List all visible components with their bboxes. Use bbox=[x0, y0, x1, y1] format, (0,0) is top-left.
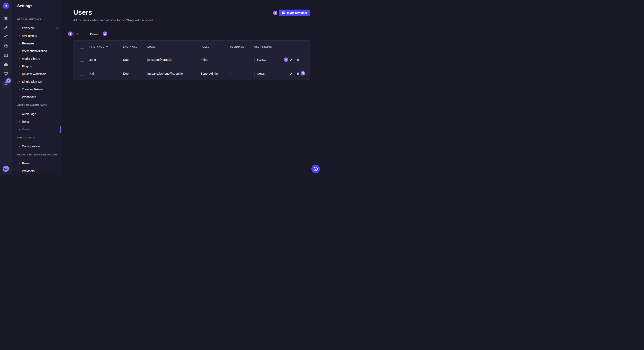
invite-new-user-button[interactable]: Invite new user bbox=[279, 9, 310, 16]
filter-icon bbox=[86, 33, 88, 35]
question-mark-icon: ? bbox=[314, 167, 318, 171]
cell-email: megane.lacheny@strapi.io bbox=[147, 67, 183, 81]
sidebar-item-releases[interactable]: Releases bbox=[12, 39, 61, 47]
subnav-title: Settings bbox=[17, 4, 32, 8]
filters-button[interactable]: Filters bbox=[82, 31, 102, 37]
strapi-admin-app: 1 KD Settings GLOBAL SETTINGS Overview A… bbox=[0, 0, 322, 175]
sidebar-item-media-library[interactable]: Media Library bbox=[12, 55, 61, 62]
bullet-icon bbox=[19, 35, 20, 36]
main-nav-rail: 1 KD bbox=[0, 0, 12, 175]
media-library-icon[interactable] bbox=[4, 44, 8, 48]
bullet-icon bbox=[19, 89, 20, 90]
cell-roles: Super Admin bbox=[200, 67, 218, 81]
cell-firstname: Jane bbox=[90, 53, 96, 67]
sidebar-item-transfer-tokens[interactable]: Transfer Tokens bbox=[12, 85, 61, 93]
cloud-icon[interactable] bbox=[4, 62, 8, 67]
trash-icon bbox=[296, 58, 300, 61]
annotation-badge-5: 5 bbox=[301, 71, 305, 75]
bullet-icon bbox=[19, 97, 20, 97]
invite-button-label: Invite new user bbox=[287, 11, 307, 14]
home-icon[interactable] bbox=[4, 16, 8, 20]
pencil-icon bbox=[290, 58, 293, 61]
edit-user-button[interactable] bbox=[289, 71, 294, 76]
sidebar-item-audit-logs[interactable]: Audit Logs bbox=[12, 110, 61, 118]
main-content: Users All the users who have access to t… bbox=[61, 0, 322, 175]
sidebar-item-overview[interactable]: Overview bbox=[12, 24, 61, 32]
help-button[interactable]: ? bbox=[311, 165, 320, 173]
row-checkbox[interactable] bbox=[80, 72, 84, 75]
column-header-email: EMAIL bbox=[147, 41, 155, 53]
sidebar-item-api-tokens[interactable]: API Tokens bbox=[12, 32, 61, 39]
bullet-icon bbox=[19, 28, 20, 28]
bullet-icon bbox=[19, 81, 20, 82]
edit-user-button[interactable] bbox=[289, 58, 294, 62]
section-global-settings: GLOBAL SETTINGS Overview API Tokens Rele… bbox=[12, 18, 61, 101]
sidebar-item-single-sign-on[interactable]: Single Sign-On bbox=[12, 78, 61, 85]
table-row[interactable]: Jane Doe jane.doe@strapi.io Editor - Ina… bbox=[74, 53, 310, 67]
marketplace-icon[interactable] bbox=[4, 71, 8, 76]
bullet-icon bbox=[19, 58, 20, 59]
cell-lastname: Doe bbox=[123, 67, 129, 81]
delete-user-button[interactable] bbox=[296, 71, 300, 76]
subnav-title-underline bbox=[17, 13, 22, 13]
subnav-scrollbar-thumb[interactable] bbox=[60, 126, 61, 133]
cell-email: jane.doe@strapi.io bbox=[147, 53, 172, 67]
bullet-icon bbox=[19, 43, 20, 44]
sidebar-item-providers[interactable]: Providers bbox=[12, 167, 61, 175]
user-avatar[interactable]: KD bbox=[3, 166, 9, 172]
table-header-row: FIRSTNAME LASTNAME EMAIL ROLES USERNAME … bbox=[74, 41, 310, 53]
section-label: USERS & PERMISSIONS PLUGIN bbox=[12, 153, 61, 156]
section-email-plugin: EMAIL PLUGIN Configuration bbox=[12, 136, 61, 150]
bullet-icon bbox=[19, 114, 20, 114]
annotation-badge-4: 4 bbox=[284, 57, 288, 62]
trash-icon bbox=[296, 72, 300, 75]
column-header-firstname[interactable]: FIRSTNAME bbox=[90, 41, 108, 53]
sidebar-item-admin-roles[interactable]: Roles bbox=[12, 118, 61, 126]
content-builder-icon[interactable] bbox=[4, 25, 8, 29]
search-button[interactable] bbox=[74, 31, 80, 37]
cell-roles: Editor bbox=[200, 53, 208, 67]
status-badge: Active bbox=[254, 71, 267, 77]
bullet-icon bbox=[19, 146, 20, 147]
deploy-icon[interactable] bbox=[4, 34, 8, 39]
notification-dot bbox=[56, 27, 58, 29]
delete-user-button[interactable] bbox=[296, 58, 300, 62]
sidebar-item-webhooks[interactable]: Webhooks bbox=[12, 93, 61, 101]
section-users-permissions-plugin: USERS & PERMISSIONS PLUGIN Roles Provide… bbox=[12, 153, 61, 175]
cell-lastname: Doe bbox=[123, 53, 129, 67]
column-header-username: USERNAME bbox=[230, 41, 244, 53]
section-label: GLOBAL SETTINGS bbox=[12, 18, 61, 21]
filters-button-label: Filters bbox=[90, 32, 98, 36]
strapi-logo[interactable] bbox=[4, 3, 9, 8]
bullet-icon bbox=[19, 163, 20, 164]
page-title: Users bbox=[73, 8, 92, 16]
settings-notification-badge: 1 bbox=[6, 78, 11, 83]
row-checkbox[interactable] bbox=[80, 58, 84, 62]
content-manager-icon[interactable] bbox=[4, 53, 8, 58]
sidebar-item-users[interactable]: Users bbox=[12, 126, 61, 133]
sidebar-item-internationalization[interactable]: Internationalization bbox=[12, 47, 61, 55]
search-icon bbox=[75, 32, 78, 36]
status-badge: Inactive bbox=[254, 57, 270, 63]
section-label: ADMINISTRATION PANEL bbox=[12, 104, 61, 107]
cell-username: - bbox=[230, 53, 231, 67]
settings-subnav: Settings GLOBAL SETTINGS Overview API To… bbox=[12, 0, 61, 175]
section-administration-panel: ADMINISTRATION PANEL Audit Logs Roles Us… bbox=[12, 104, 61, 133]
sort-descending-icon bbox=[106, 46, 108, 47]
sidebar-item-up-roles[interactable]: Roles bbox=[12, 160, 61, 167]
sidebar-item-review-workflows[interactable]: Review Workflows bbox=[12, 70, 61, 78]
annotation-badge-3: 3 bbox=[273, 11, 278, 15]
annotation-badge-1: 1 bbox=[68, 31, 72, 36]
cell-username: - bbox=[230, 67, 231, 81]
select-all-checkbox[interactable] bbox=[80, 45, 84, 49]
column-header-user-status: USER STATUS bbox=[254, 41, 272, 53]
strapi-logo-icon bbox=[4, 4, 8, 8]
cell-firstname: Kai bbox=[90, 67, 94, 81]
bullet-icon bbox=[19, 74, 20, 74]
sidebar-item-configuration[interactable]: Configuration bbox=[12, 143, 61, 150]
bullet-icon bbox=[19, 66, 20, 67]
table-row[interactable]: Kai Doe megane.lacheny@strapi.io Super A… bbox=[74, 67, 310, 81]
rail-bottom-divider bbox=[0, 163, 12, 163]
sidebar-item-plugins[interactable]: Plugins bbox=[12, 62, 61, 70]
rail-divider bbox=[0, 12, 12, 12]
